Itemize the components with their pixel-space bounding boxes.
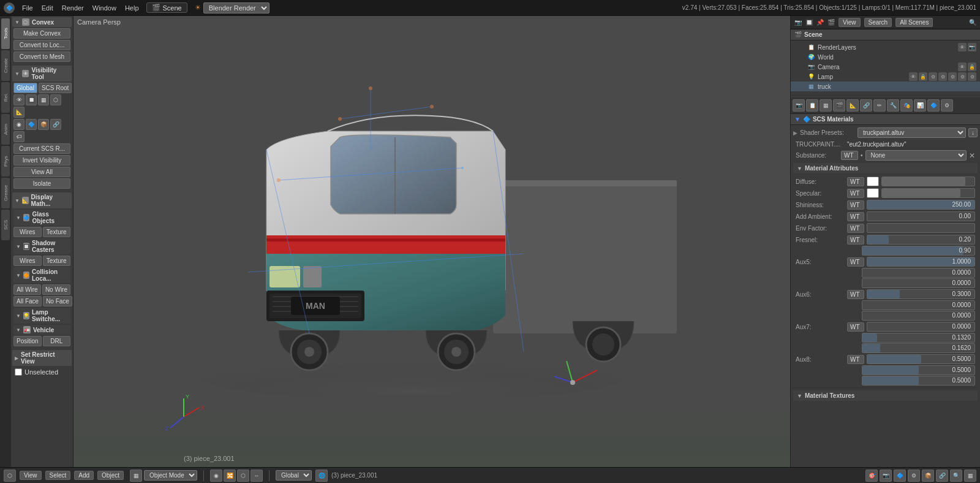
menu-render[interactable]: Render <box>62 4 84 12</box>
menu-file[interactable]: File <box>22 4 33 12</box>
bottombar-icon-1[interactable]: ⬡ <box>4 470 16 482</box>
bottom-icon-1[interactable]: ◉ <box>210 470 222 482</box>
tree-camera[interactable]: 📷 Camera 👁 🔒 <box>791 62 980 72</box>
vtab-grease[interactable]: Grease <box>1 178 10 208</box>
vtab-relations[interactable]: Rel. <box>1 82 10 113</box>
tree-renderlayers[interactable]: 📋 RenderLayers 👁 📷 <box>791 42 980 52</box>
specular-color-preview[interactable] <box>867 188 879 198</box>
renderlayers-eye-btn[interactable]: 👁 <box>958 43 967 51</box>
collision-header[interactable]: ▼ 🔶 Collision Loca... <box>13 267 70 283</box>
rp-tb-icon-12[interactable]: ⚙ <box>941 99 953 112</box>
aux5-v3-box[interactable]: 0.0000 <box>862 278 975 288</box>
bottom-icon-2[interactable]: 🔀 <box>224 470 236 482</box>
tree-world[interactable]: 🌍 World <box>791 52 980 62</box>
br-icon-1[interactable]: 🎯 <box>865 470 878 482</box>
texture-btn2[interactable]: Texture <box>43 256 71 266</box>
scs-root-btn[interactable]: SCS Root <box>39 83 72 93</box>
current-scs-btn[interactable]: Current SCS R... <box>13 143 70 154</box>
vis-icon-8[interactable]: 📦 <box>38 119 49 130</box>
vtab-animation[interactable]: Anim <box>1 114 10 145</box>
global-icon[interactable]: 🌐 <box>315 470 328 482</box>
fresnel-v1-box[interactable]: 0.20 <box>867 235 975 245</box>
convert-loc-btn[interactable]: Convert to Loc... <box>13 40 70 50</box>
camera-eye-btn[interactable]: 👁 <box>958 63 967 71</box>
bottom-icon-4[interactable]: ↔ <box>251 470 263 482</box>
rp-tb-icon-9[interactable]: 🎭 <box>900 99 913 112</box>
aux7-v3-box[interactable]: 0.1620 <box>862 343 975 353</box>
rp-tb-icon-4[interactable]: 🎬 <box>833 99 845 112</box>
aux7-v1-box[interactable]: 0.0000 <box>867 322 975 332</box>
tree-lamp[interactable]: 💡 Lamp 👁 🔒 ⚙ ⚙ ⚙ ⚙ ⚙ <box>791 72 980 82</box>
rp-tb-icon-5[interactable]: 📐 <box>846 99 859 112</box>
shininess-value-box[interactable]: 250.00 <box>867 200 975 210</box>
rp-tb-icon-10[interactable]: 📊 <box>914 99 926 112</box>
vtab-scs-tools[interactable]: SCS <box>1 210 10 240</box>
view-btn-bottom[interactable]: View <box>20 471 42 480</box>
select-btn-bottom[interactable]: Select <box>45 471 71 480</box>
camera-restrict-btn[interactable]: 🔒 <box>968 63 976 71</box>
material-textures-header[interactable]: ▼ Material Textures <box>793 390 978 401</box>
br-icon-4[interactable]: ⚙ <box>908 470 920 482</box>
lamp-extra-btn[interactable]: ⚙ <box>929 72 937 81</box>
env-factor-value-box[interactable] <box>867 223 975 233</box>
add-btn-bottom[interactable]: Add <box>74 471 94 480</box>
all-wire-btn[interactable]: All Wire <box>13 284 41 295</box>
object-btn-bottom[interactable]: Object <box>97 471 124 480</box>
aux6-v2-box[interactable]: 0.0000 <box>862 300 975 310</box>
vis-icon-1[interactable]: 👁 <box>13 94 24 105</box>
aux7-v2-box[interactable]: 0.1320 <box>862 333 975 343</box>
vehicle-header[interactable]: ▼ 🚛 Vehicle <box>13 325 70 335</box>
vtab-create[interactable]: Create <box>1 50 10 81</box>
display-math-header[interactable]: ▼ 📐 Display Math... <box>12 192 72 208</box>
aux8-v1-box[interactable]: 0.5000 <box>867 354 975 364</box>
vis-icon-7[interactable]: 🔷 <box>26 119 37 130</box>
aux8-v3-box[interactable]: 0.5000 <box>862 376 975 386</box>
visibility-header[interactable]: ▼ 👁 Visibility Tool <box>12 66 72 82</box>
view-btn-right[interactable]: View <box>839 18 861 27</box>
convert-mesh-btn[interactable]: Convert to Mesh <box>13 51 70 62</box>
br-icon-3[interactable]: 🔷 <box>894 470 906 482</box>
diffuse-value-box[interactable] <box>881 177 975 186</box>
make-convex-btn[interactable]: Make Convex <box>13 28 70 39</box>
drl-btn[interactable]: DRL <box>43 336 70 346</box>
engine-select[interactable]: Blender Render Cycles Render <box>203 2 270 13</box>
bottom-icon-3[interactable]: ⬡ <box>237 470 249 482</box>
menu-help[interactable]: Help <box>125 4 139 12</box>
view-all-btn[interactable]: View All <box>13 167 70 177</box>
rp-tb-icon-7[interactable]: ✏ <box>873 99 886 112</box>
global-select[interactable]: Global Local <box>276 470 312 481</box>
wires-btn1[interactable]: Wires <box>13 227 42 237</box>
vis-icon-4[interactable]: ⬡ <box>50 94 61 105</box>
aux5-v1-box[interactable]: 1.0000 <box>867 257 975 267</box>
substance-select[interactable]: None <box>865 150 967 161</box>
br-icon-6[interactable]: 🔗 <box>936 470 948 482</box>
rp-tb-icon-11[interactable]: 🔷 <box>927 99 940 112</box>
rp-tb-icon-8[interactable]: 🔧 <box>887 99 899 112</box>
rp-tb-icon-3[interactable]: ▦ <box>820 99 832 112</box>
aux6-v3-box[interactable]: 0.0000 <box>862 311 975 321</box>
vis-icon-9[interactable]: 🔗 <box>50 119 61 130</box>
aux8-v2-box[interactable]: 0.5000 <box>862 365 975 375</box>
rp-tb-icon-1[interactable]: 📷 <box>793 99 805 112</box>
rp-tb-icon-6[interactable]: 🔗 <box>860 99 872 112</box>
mode-select[interactable]: Object Mode Edit Mode <box>144 470 197 481</box>
br-icon-8[interactable]: ▦ <box>964 470 976 482</box>
position-btn[interactable]: Position <box>13 336 42 346</box>
vtab-physics[interactable]: Phys <box>1 146 10 177</box>
material-attr-header[interactable]: ▼ Material Attributes <box>793 163 978 173</box>
menu-window[interactable]: Window <box>92 4 116 12</box>
vis-icon-2[interactable]: 🔲 <box>26 94 37 105</box>
aux5-v2-box[interactable]: 0.0000 <box>862 268 975 278</box>
lamp-extra5-btn[interactable]: ⚙ <box>968 72 976 81</box>
renderlayers-cam-btn[interactable]: 📷 <box>968 43 976 51</box>
fresnel-v2-box[interactable]: 0.90 <box>862 246 975 256</box>
shader-apply-btn[interactable]: ↓ <box>968 128 978 137</box>
shader-presets-select[interactable]: truckpaint.altuv <box>858 127 966 138</box>
isolate-btn[interactable]: Isolate <box>13 178 70 189</box>
no-face-btn[interactable]: No Face <box>43 296 72 306</box>
convex-header[interactable]: ▼ ⬡ Convex <box>12 17 72 27</box>
lamp-eye-btn[interactable]: 👁 <box>909 72 918 81</box>
rp-tb-icon-2[interactable]: 📋 <box>806 99 818 112</box>
vis-icon-3[interactable]: ▦ <box>38 94 49 105</box>
wires-btn2[interactable]: Wires <box>13 256 42 266</box>
